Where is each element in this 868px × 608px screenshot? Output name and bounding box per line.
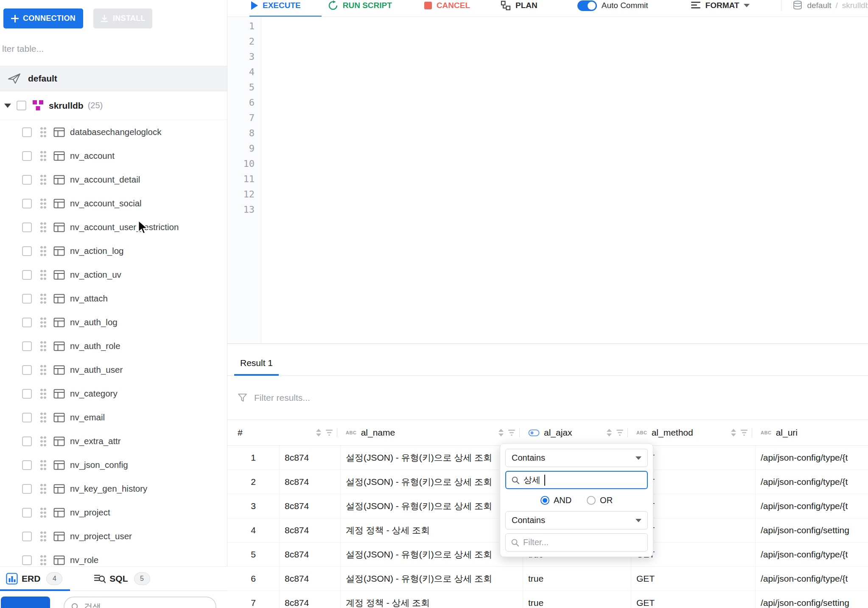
- column-header-al-name[interactable]: ABC al_name: [341, 420, 523, 445]
- drag-handle-icon[interactable]: [40, 483, 47, 494]
- table-checkbox[interactable]: [22, 532, 32, 541]
- sql-editor[interactable]: 1 2 3 4: [227, 17, 868, 344]
- result-tab-1[interactable]: Result 1: [234, 358, 279, 375]
- column-filter-icon[interactable]: [740, 429, 748, 436]
- column-filter-icon[interactable]: [616, 429, 624, 436]
- sort-icon[interactable]: [316, 428, 322, 437]
- drag-handle-icon[interactable]: [40, 198, 47, 209]
- plan-button[interactable]: PLAN: [501, 0, 538, 11]
- result-row[interactable]: 7 8c874 계정 정책 - 상세 조회 true GET /api/json…: [227, 591, 868, 608]
- sidebar-table-item[interactable]: nv_auth_log: [0, 310, 227, 334]
- sidebar-table-item[interactable]: nv_category: [0, 382, 227, 405]
- drag-handle-icon[interactable]: [40, 412, 47, 423]
- sidebar-table-item[interactable]: nv_key_gen_history: [0, 477, 227, 501]
- table-checkbox[interactable]: [22, 318, 32, 327]
- column-header-al-ajax[interactable]: al_ajax: [523, 420, 631, 445]
- table-checkbox[interactable]: [22, 294, 32, 304]
- result-row[interactable]: 6 8c874 설정(JSON) - 유형(키)으로 상세 조회 true GE…: [227, 567, 868, 591]
- filter-condition-select-top[interactable]: Contains: [505, 449, 648, 467]
- sidebar-table-item[interactable]: nv_account_user_restriction: [0, 215, 227, 239]
- sidebar-table-item[interactable]: nv_action_log: [0, 239, 227, 263]
- database-checkbox[interactable]: [17, 101, 26, 110]
- database-row-skrulldb[interactable]: skrulldb (25): [0, 91, 227, 120]
- table-checkbox[interactable]: [22, 413, 32, 422]
- table-checkbox[interactable]: [22, 341, 32, 351]
- sidebar-table-item[interactable]: nv_attach: [0, 287, 227, 310]
- drag-handle-icon[interactable]: [40, 341, 47, 352]
- sidebar-table-item[interactable]: nv_project: [0, 501, 227, 524]
- sidebar-table-item[interactable]: nv_auth_user: [0, 358, 227, 382]
- drag-handle-icon[interactable]: [40, 364, 47, 375]
- table-checkbox[interactable]: [22, 508, 32, 518]
- and-radio[interactable]: AND: [540, 495, 571, 505]
- table-checkbox[interactable]: [22, 389, 32, 399]
- expand-caret-icon[interactable]: [4, 104, 11, 108]
- drag-handle-icon[interactable]: [40, 388, 47, 399]
- column-filter-icon[interactable]: [508, 429, 515, 436]
- sidebar-table-item[interactable]: nv_email: [0, 405, 227, 429]
- drag-handle-icon[interactable]: [40, 174, 47, 185]
- column-header-al-uri[interactable]: ABC al_uri: [756, 420, 868, 445]
- run-script-button[interactable]: RUN SCRIPT: [328, 0, 392, 11]
- bottom-search-input[interactable]: 검색: [64, 597, 216, 608]
- toggle-on-icon[interactable]: [577, 0, 597, 11]
- column-header-al-method[interactable]: ABC al_method: [631, 420, 756, 445]
- table-filter-input[interactable]: lter table...: [0, 31, 227, 66]
- table-checkbox[interactable]: [22, 246, 32, 256]
- table-checkbox[interactable]: [22, 460, 32, 470]
- drag-handle-icon[interactable]: [40, 150, 47, 161]
- drag-handle-icon[interactable]: [40, 436, 47, 447]
- sort-icon[interactable]: [731, 428, 736, 437]
- sidebar-table-item[interactable]: nv_account_detail: [0, 168, 227, 191]
- table-checkbox[interactable]: [22, 436, 32, 446]
- sidebar-table-item[interactable]: nv_project_user: [0, 524, 227, 548]
- sidebar-table-item[interactable]: nv_action_uv: [0, 263, 227, 287]
- table-checkbox[interactable]: [22, 365, 32, 375]
- tab-erd[interactable]: ERD 4: [6, 572, 62, 585]
- drag-handle-icon[interactable]: [40, 127, 47, 138]
- sidebar-table-item[interactable]: nv_extra_attr: [0, 429, 227, 453]
- drag-handle-icon[interactable]: [40, 245, 47, 256]
- column-header-col1[interactable]: [280, 420, 341, 445]
- table-checkbox[interactable]: [22, 199, 32, 208]
- drag-handle-icon[interactable]: [40, 222, 47, 233]
- table-checkbox[interactable]: [22, 555, 32, 565]
- install-button[interactable]: INSTALL: [93, 8, 152, 28]
- column-header-num[interactable]: #: [227, 420, 280, 445]
- sidebar-table-item[interactable]: nv_account: [0, 144, 227, 168]
- add-connection-button[interactable]: CONNECTION: [3, 8, 83, 28]
- table-checkbox[interactable]: [22, 484, 32, 494]
- drag-handle-icon[interactable]: [40, 531, 47, 542]
- sidebar-table-item[interactable]: nv_json_config: [0, 453, 227, 477]
- table-checkbox[interactable]: [22, 175, 32, 185]
- column-filter-icon[interactable]: [325, 429, 333, 436]
- connection-row-default[interactable]: default: [0, 66, 227, 91]
- connection-selector[interactable]: default / skrulldb: [792, 0, 868, 11]
- drag-handle-icon[interactable]: [40, 507, 47, 518]
- filter-value-input[interactable]: Filter...: [505, 533, 648, 552]
- table-checkbox[interactable]: [22, 222, 32, 232]
- auto-commit-toggle[interactable]: Auto Commit: [577, 0, 648, 11]
- table-checkbox[interactable]: [22, 151, 32, 161]
- sidebar-table-item[interactable]: nv_auth_role: [0, 334, 227, 358]
- table-checkbox[interactable]: [22, 127, 32, 137]
- format-button[interactable]: FORMAT: [691, 0, 750, 11]
- results-filter-input[interactable]: Filter results...: [227, 376, 868, 419]
- drag-handle-icon[interactable]: [40, 459, 47, 470]
- sort-icon[interactable]: [498, 428, 504, 437]
- bottom-action-button[interactable]: [1, 597, 50, 608]
- execute-button[interactable]: EXECUTE: [251, 1, 301, 10]
- drag-handle-icon[interactable]: [40, 269, 47, 280]
- or-radio[interactable]: OR: [587, 495, 613, 505]
- sidebar-table-item[interactable]: nv_account_social: [0, 191, 227, 215]
- drag-handle-icon[interactable]: [40, 317, 47, 328]
- sidebar-table-item[interactable]: databasechangeloglock: [0, 120, 227, 144]
- filter-condition-select-bottom[interactable]: Contains: [505, 511, 648, 529]
- tab-sql[interactable]: SQL 5: [94, 572, 150, 585]
- drag-handle-icon[interactable]: [40, 555, 47, 566]
- drag-handle-icon[interactable]: [40, 293, 47, 304]
- cancel-button[interactable]: CANCEL: [424, 1, 470, 10]
- sort-icon[interactable]: [606, 428, 612, 437]
- table-checkbox[interactable]: [22, 270, 32, 280]
- filter-search-input[interactable]: 상세: [505, 471, 648, 489]
